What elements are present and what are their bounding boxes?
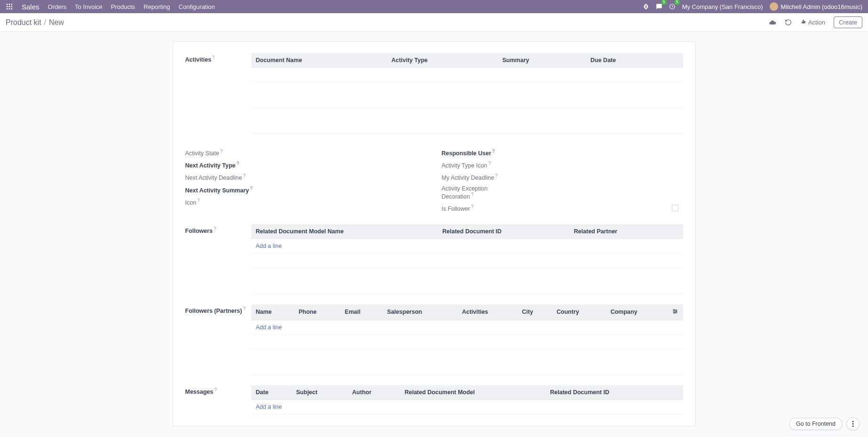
messages-badge: 5 bbox=[661, 0, 667, 5]
label-activity-type-icon: Activity Type Icon? bbox=[442, 161, 512, 169]
svg-point-11 bbox=[676, 310, 677, 311]
section-followers: Followers? Related Document Model Name R… bbox=[185, 224, 683, 294]
col-name[interactable]: Name bbox=[251, 304, 294, 320]
bug-icon[interactable] bbox=[643, 3, 649, 10]
col-city[interactable]: City bbox=[517, 304, 552, 320]
col-adjust[interactable] bbox=[667, 304, 683, 320]
kebab-menu-button[interactable] bbox=[846, 417, 860, 430]
help-icon[interactable]: ? bbox=[250, 186, 253, 191]
table-row[interactable]: Add a line bbox=[251, 239, 683, 254]
col-related-doc-model-name[interactable]: Related Document Model Name bbox=[251, 224, 438, 239]
breadcrumb-parent[interactable]: Product kit bbox=[6, 18, 41, 27]
svg-rect-4 bbox=[9, 6, 10, 8]
help-icon[interactable]: ? bbox=[492, 149, 495, 154]
help-icon[interactable]: ? bbox=[220, 149, 223, 154]
activities-clock-icon[interactable]: 5 bbox=[669, 3, 676, 10]
nav-left: Sales Orders To Invoice Products Reporti… bbox=[6, 3, 215, 11]
col-related-doc-model[interactable]: Related Document Model bbox=[400, 385, 545, 400]
activities-table: Document Name Activity Type Summary Due … bbox=[251, 53, 683, 134]
svg-rect-7 bbox=[9, 8, 10, 10]
col-activities[interactable]: Activities bbox=[457, 304, 518, 320]
svg-point-14 bbox=[852, 423, 853, 424]
col-activity-type[interactable]: Activity Type bbox=[387, 53, 498, 68]
apps-icon[interactable] bbox=[6, 3, 13, 10]
label-next-activity-summary: Next Activity Summary? bbox=[185, 185, 256, 194]
avatar-icon bbox=[770, 2, 778, 11]
col-document-name[interactable]: Document Name bbox=[251, 53, 387, 68]
col-country[interactable]: Country bbox=[552, 304, 606, 320]
breadcrumb-current: New bbox=[49, 18, 64, 27]
table-row[interactable]: . bbox=[251, 334, 683, 349]
add-line-followers[interactable]: Add a line bbox=[256, 243, 282, 249]
followers-partners-table: Name Phone Email Salesperson Activities … bbox=[251, 304, 683, 375]
nav-item-to-invoice[interactable]: To Invoice bbox=[75, 3, 103, 10]
action-dropdown[interactable]: Action bbox=[800, 19, 825, 26]
col-related-partner[interactable]: Related Partner bbox=[569, 224, 671, 239]
add-line-messages[interactable]: Add a line bbox=[256, 404, 282, 410]
svg-rect-0 bbox=[7, 4, 8, 5]
nav-item-configuration[interactable]: Configuration bbox=[179, 3, 215, 10]
field-grid: Activity State? Next Activity Type? Next… bbox=[185, 147, 683, 214]
go-to-frontend-button[interactable]: Go to Frontend bbox=[789, 418, 843, 430]
col-company[interactable]: Company bbox=[606, 304, 667, 320]
action-label: Action bbox=[808, 19, 825, 26]
col-related-doc-id[interactable]: Related Document ID bbox=[545, 385, 670, 400]
col-salesperson[interactable]: Salesperson bbox=[382, 304, 457, 320]
nav-brand[interactable]: Sales bbox=[22, 3, 40, 11]
table-row[interactable]: . bbox=[251, 94, 683, 108]
col-author[interactable]: Author bbox=[348, 385, 400, 400]
help-icon[interactable]: ? bbox=[212, 55, 215, 60]
company-switcher[interactable]: My Company (San Francisco) bbox=[682, 3, 763, 10]
section-messages: Messages? Date Subject Author Related Do… bbox=[185, 385, 683, 414]
action-bar: Product kit / New Action Create bbox=[0, 13, 868, 32]
col-email[interactable]: Email bbox=[340, 304, 382, 320]
discard-icon[interactable] bbox=[785, 19, 792, 26]
help-icon[interactable]: ? bbox=[243, 306, 246, 311]
label-activity-exception-decoration: Activity Exception Decoration? bbox=[442, 185, 512, 200]
table-row[interactable]: . bbox=[251, 279, 683, 294]
col-phone[interactable]: Phone bbox=[294, 304, 340, 320]
help-icon[interactable]: ? bbox=[495, 173, 498, 178]
messages-icon[interactable]: 5 bbox=[656, 3, 662, 10]
nav-item-products[interactable]: Products bbox=[111, 3, 135, 10]
followers-table: Related Document Model Name Related Docu… bbox=[251, 224, 683, 294]
col-related-doc-id[interactable]: Related Document ID bbox=[438, 224, 569, 239]
table-row[interactable]: . bbox=[251, 360, 683, 375]
nav-item-orders[interactable]: Orders bbox=[48, 3, 67, 10]
table-row[interactable]: . bbox=[251, 254, 683, 268]
activities-badge: 5 bbox=[674, 0, 680, 5]
svg-point-15 bbox=[852, 425, 853, 427]
col-date[interactable]: Date bbox=[251, 385, 292, 400]
label-next-activity-deadline: Next Activity Deadline? bbox=[185, 173, 256, 181]
col-due-date[interactable]: Due Date bbox=[586, 53, 670, 68]
svg-point-10 bbox=[673, 310, 674, 310]
create-button[interactable]: Create bbox=[834, 16, 862, 28]
user-menu[interactable]: Mitchell Admin (odoo16music) bbox=[770, 2, 862, 11]
table-row[interactable]: Add a line bbox=[251, 400, 683, 414]
help-icon[interactable]: ? bbox=[214, 387, 217, 392]
breadcrumb-separator: / bbox=[44, 18, 46, 27]
user-name: Mitchell Admin (odoo16music) bbox=[781, 3, 862, 10]
svg-rect-5 bbox=[11, 6, 13, 8]
help-icon[interactable]: ? bbox=[197, 198, 200, 203]
help-icon[interactable]: ? bbox=[243, 173, 246, 178]
help-icon[interactable]: ? bbox=[236, 161, 239, 166]
help-icon[interactable]: ? bbox=[214, 226, 216, 231]
svg-rect-2 bbox=[11, 4, 13, 5]
label-responsible-user: Responsible User? bbox=[442, 149, 512, 157]
help-icon[interactable]: ? bbox=[471, 192, 474, 197]
section-label-messages: Messages? bbox=[185, 385, 251, 414]
field-col-left: Activity State? Next Activity Type? Next… bbox=[185, 147, 427, 214]
add-line-followers-partners[interactable]: Add a line bbox=[256, 324, 282, 331]
table-row[interactable]: . bbox=[251, 119, 683, 134]
table-row[interactable]: Add a line bbox=[251, 320, 683, 334]
label-is-follower: Is Follower? bbox=[442, 204, 512, 212]
cloud-save-icon[interactable] bbox=[769, 19, 776, 26]
help-icon[interactable]: ? bbox=[471, 204, 474, 209]
table-row[interactable]: . bbox=[251, 68, 683, 82]
nav-item-reporting[interactable]: Reporting bbox=[143, 3, 170, 10]
col-subject[interactable]: Subject bbox=[292, 385, 348, 400]
help-icon[interactable]: ? bbox=[488, 161, 491, 166]
col-summary[interactable]: Summary bbox=[498, 53, 586, 68]
checkbox-is-follower[interactable] bbox=[672, 205, 678, 211]
